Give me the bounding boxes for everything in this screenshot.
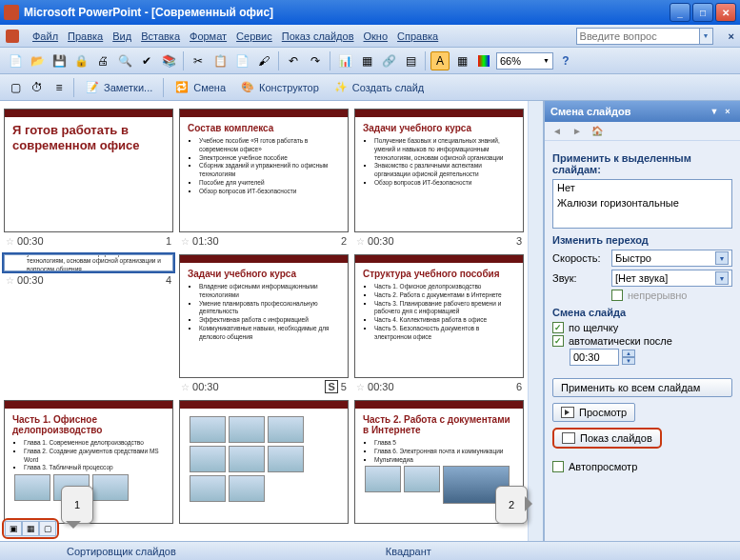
help-icon[interactable]: ?: [556, 51, 575, 70]
spin-up[interactable]: ▲: [622, 350, 635, 357]
nav-home-icon[interactable]: 🏠: [589, 124, 606, 139]
menu-window[interactable]: Окно: [364, 30, 389, 42]
slide-thumb[interactable]: Задачи учебного курсаПолучение базовых и…: [4, 254, 173, 271]
preview-icon[interactable]: 🔍: [115, 51, 134, 70]
sound-label: Звук:: [552, 272, 606, 284]
slide-sorter[interactable]: Я готов работать в современном офисе☆ 00…: [0, 101, 528, 541]
slideshow-view-button[interactable]: ▢: [39, 521, 56, 536]
menu-insert[interactable]: Вставка: [141, 30, 180, 42]
save-icon[interactable]: 💾: [50, 51, 69, 70]
tableinsert-icon[interactable]: ▤: [401, 51, 420, 70]
minimize-button[interactable]: _: [670, 3, 690, 22]
loop-checkbox[interactable]: [611, 290, 623, 301]
status-bar: Сортировщик слайдов Квадрант: [0, 541, 740, 560]
transition-button[interactable]: 🔁Смена: [169, 77, 231, 98]
menu-view[interactable]: Вид: [112, 30, 131, 42]
apply-all-button[interactable]: Применить ко всем слайдам: [552, 378, 732, 397]
slideshow-button[interactable]: Показ слайдов: [552, 428, 662, 449]
slide-thumb[interactable]: Задачи учебного курсаВладение офисными и…: [179, 254, 349, 378]
slide-thumb[interactable]: Задачи учебного курсаПолучение базовых и…: [354, 109, 524, 232]
sorter-view-button[interactable]: ▦: [22, 521, 39, 536]
chart-icon[interactable]: 📊: [335, 51, 354, 70]
menu-file[interactable]: Файл: [32, 30, 58, 42]
menu-format[interactable]: Формат: [190, 30, 227, 42]
normal-view-button[interactable]: ▣: [5, 521, 22, 536]
toolbar-standard: 📄 📂 💾 🔒 🖨 🔍 ✔ 📚 ✂ 📋 📄 🖌 ↶ ↷ 📊 ▦ 🔗 ▤ A ▦ …: [0, 48, 740, 74]
speed-select[interactable]: Быстро▼: [611, 250, 732, 267]
menu-edit[interactable]: Правка: [68, 30, 103, 42]
taskpane-close-icon[interactable]: ×: [721, 105, 734, 118]
ask-dropdown[interactable]: ▼: [700, 28, 713, 45]
nav-back-icon[interactable]: ◄: [549, 124, 566, 139]
apply-label: Применить к выделенным слайдам:: [552, 152, 732, 175]
status-mode: Сортировщик слайдов: [67, 546, 176, 557]
slide-thumb[interactable]: Структура учебного пособияЧасть 1. Офисн…: [354, 254, 524, 378]
cut-icon[interactable]: ✂: [189, 51, 208, 70]
notes-button[interactable]: 📝Заметки...: [79, 77, 158, 98]
highlight-icon[interactable]: A: [430, 51, 450, 70]
open-icon[interactable]: 📂: [28, 51, 47, 70]
autoafter-label: автоматически после: [569, 335, 672, 347]
view-buttons: ▣ ▦ ▢: [2, 518, 59, 539]
autoplay-label: Автопросмотр: [569, 461, 637, 472]
preview-button[interactable]: Просмотр: [552, 403, 635, 422]
onclick-label: по щелчку: [569, 322, 618, 333]
vertical-scrollbar[interactable]: [528, 101, 543, 541]
menu-help[interactable]: Справка: [397, 30, 438, 42]
speed-label: Скорость:: [552, 252, 606, 264]
slide-thumb[interactable]: Состав комплексаУчебное пособие «Я готов…: [179, 109, 349, 232]
autoafter-checkbox[interactable]: ✓: [552, 335, 564, 347]
color-icon[interactable]: [474, 51, 493, 70]
autoafter-time[interactable]: 00:30: [570, 349, 619, 366]
rehearse-icon[interactable]: ⏱: [28, 78, 47, 97]
taskpane-menu-icon[interactable]: ▼: [708, 105, 721, 118]
loop-label: непрерывно: [628, 290, 687, 301]
doc-icon: [6, 30, 19, 43]
permission-icon[interactable]: 🔒: [71, 51, 90, 70]
paste-icon[interactable]: 📄: [232, 51, 251, 70]
autoplay-checkbox[interactable]: [552, 461, 564, 472]
redo-icon[interactable]: ↷: [306, 51, 325, 70]
onclick-checkbox[interactable]: ✓: [552, 322, 564, 333]
window-title: Microsoft PowerPoint - [Современный офис…: [24, 6, 670, 19]
new-slide-button[interactable]: ✨Создать слайд: [328, 77, 430, 98]
callout-1: 1: [61, 486, 93, 524]
zoom-select[interactable]: 66%▼: [496, 52, 553, 70]
print-icon[interactable]: 🖨: [93, 51, 112, 70]
slide-thumb[interactable]: [179, 400, 349, 524]
ask-input[interactable]: [576, 28, 700, 45]
undo-icon[interactable]: ↶: [284, 51, 303, 70]
toolbar-slidesorter: ▢ ⏱ ≡ 📝Заметки... 🔁Смена 🎨Конструктор ✨С…: [0, 74, 740, 101]
nav-fwd-icon[interactable]: ►: [569, 124, 586, 139]
task-pane: Смена слайдов ▼ × ◄ ► 🏠 Применить к выде…: [543, 101, 740, 541]
callout-2: 2: [495, 486, 528, 524]
designer-button[interactable]: 🎨Конструктор: [234, 77, 325, 98]
new-icon[interactable]: 📄: [6, 51, 25, 70]
table-icon[interactable]: ▦: [357, 51, 376, 70]
spin-down[interactable]: ▼: [622, 357, 635, 365]
status-extra: Квадрант: [386, 546, 431, 557]
maximize-button[interactable]: □: [692, 3, 713, 22]
play-icon: [561, 407, 574, 418]
menu-tools[interactable]: Сервис: [236, 30, 272, 42]
modify-label: Изменить переход: [552, 234, 732, 246]
close-button[interactable]: ✕: [715, 3, 736, 22]
slide-thumb[interactable]: Я готов работать в современном офисе: [4, 109, 173, 232]
screen-icon: [562, 432, 575, 444]
summary-icon[interactable]: ≡: [50, 78, 69, 97]
hide-slide-icon[interactable]: ▢: [6, 78, 25, 97]
research-icon[interactable]: 📚: [159, 51, 178, 70]
format-painter-icon[interactable]: 🖌: [254, 51, 273, 70]
taskpane-title: Смена слайдов: [550, 106, 630, 117]
spell-icon[interactable]: ✔: [137, 51, 156, 70]
doc-close-button[interactable]: ×: [729, 30, 734, 42]
copy-icon[interactable]: 📋: [210, 51, 230, 70]
app-icon: [4, 5, 19, 20]
hyperlink-icon[interactable]: 🔗: [379, 51, 398, 70]
menu-slideshow[interactable]: Показ слайдов: [282, 30, 354, 42]
advance-label: Смена слайда: [552, 307, 732, 318]
effects-list[interactable]: Нет Жалюзи горизонтальные: [552, 179, 732, 229]
grid-icon[interactable]: ▦: [452, 51, 471, 70]
sound-select[interactable]: [Нет звука]▼: [611, 270, 732, 287]
